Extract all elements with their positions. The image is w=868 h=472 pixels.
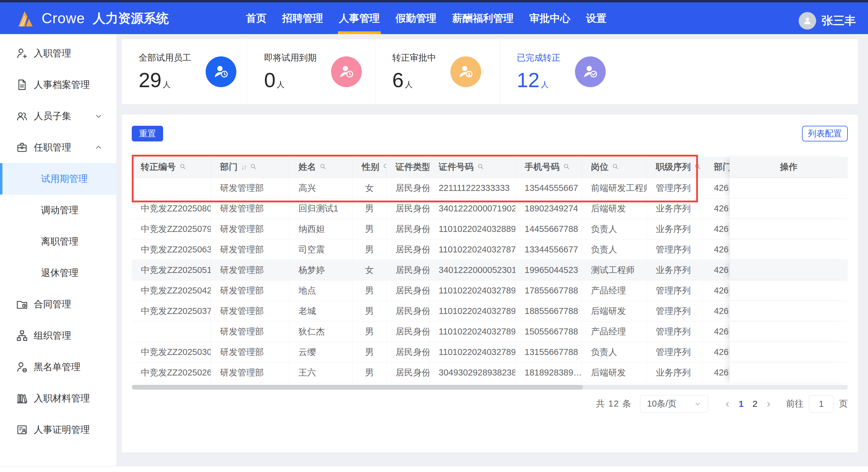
- nav-item-2[interactable]: 招聘管理: [274, 2, 331, 34]
- table-row-6[interactable]: 中竞发ZZ2025042研发管理部地点男居民身份证110102202403278…: [132, 281, 848, 301]
- column-header-code[interactable]: 转正编号: [132, 156, 211, 178]
- table-row-9[interactable]: 中竞发ZZ2025030研发管理部云缨男居民身份证110102202403278…: [132, 342, 848, 362]
- stat-title: 已完成转正: [517, 52, 560, 64]
- sidebar-item-7[interactable]: 黑名单管理: [0, 351, 116, 383]
- column-header-id_type[interactable]: 证件类型: [386, 156, 430, 178]
- sidebar-item-9[interactable]: 人事证明管理: [0, 414, 116, 445]
- sidebar-item-label: 人事证明管理: [34, 423, 90, 436]
- cell-actions: [730, 342, 848, 362]
- table-row-10[interactable]: 中竞发ZZ2025026研发管理部王六男居民身份证304930292893823…: [132, 362, 848, 383]
- column-header-gender[interactable]: 性别: [353, 156, 386, 178]
- table-row-4[interactable]: 中竞发ZZ2025063研发管理部司空震男居民身份证11010220240327…: [132, 239, 848, 260]
- sidebar-subitem-4-3[interactable]: 离职管理: [0, 226, 116, 257]
- pagination-total: 共 12 条: [596, 398, 632, 410]
- cell-name: 高兴: [289, 178, 353, 199]
- column-header-dept[interactable]: 部门↓↑: [211, 156, 289, 178]
- contract-icon: [16, 298, 28, 311]
- user-block[interactable]: 张三丰: [799, 5, 856, 36]
- user-avatar[interactable]: [799, 12, 816, 30]
- cell-dept_id: 426: [703, 362, 730, 383]
- pagination-bar: 共 12 条 10条/页 ‹ 12 › 前往 页: [596, 395, 848, 413]
- nav-item-label: 设置: [586, 12, 607, 24]
- window-top-edge: [0, 0, 868, 2]
- cell-gender: 男: [353, 239, 386, 260]
- cell-name: 回归测试1: [289, 199, 353, 219]
- sidebar-item-label: 黑名单管理: [34, 361, 81, 373]
- cell-name: 地点: [289, 281, 353, 301]
- cell-dept_id: 426: [703, 239, 730, 260]
- page-number-2[interactable]: 2: [748, 399, 762, 409]
- stat-card-2[interactable]: 即将试用到期 0人: [247, 39, 375, 104]
- document-icon: [16, 79, 28, 91]
- table-row-5[interactable]: 中竞发ZZ2025051研发管理部杨梦婷女居民身份证34012220000523…: [132, 260, 848, 281]
- table-body: 研发管理部高兴女居民身份证22111122233333313544555667前…: [132, 178, 848, 383]
- cell-name: 云缨: [289, 342, 353, 362]
- table-row-1[interactable]: 研发管理部高兴女居民身份证22111122233333313544555667前…: [132, 178, 848, 199]
- column-header-phone[interactable]: 手机号码: [516, 156, 582, 178]
- sidebar-subitem-4-1[interactable]: 试用期管理: [0, 163, 116, 195]
- page-size-select[interactable]: 10条/页: [640, 395, 708, 413]
- sidebar-subitem-4-2[interactable]: 调动管理: [0, 195, 116, 226]
- nav-item-6[interactable]: 审批中心: [522, 2, 578, 34]
- nav-item-4[interactable]: 假勤管理: [388, 2, 444, 34]
- column-label: 岗位: [591, 161, 609, 173]
- table-row-3[interactable]: 中竞发ZZ2025079研发管理部纳西妲男居民身份证11010220240328…: [132, 219, 848, 239]
- sidebar-item-3[interactable]: 人员子集: [0, 100, 116, 132]
- column-header-dept_id[interactable]: 部门: [703, 156, 730, 178]
- stat-card-3[interactable]: 转正审批中 6人: [375, 39, 500, 104]
- nav-item-label: 人事管理: [339, 12, 380, 24]
- search-icon[interactable]: [319, 162, 327, 172]
- stat-card-1[interactable]: 全部试用员工 29人: [122, 39, 247, 104]
- cell-actions: [730, 260, 848, 281]
- column-header-post[interactable]: 岗位: [582, 156, 647, 178]
- sidebar-item-label: 组织管理: [34, 329, 71, 342]
- prev-page-button[interactable]: ‹: [721, 397, 734, 410]
- cell-code: 中竞发ZZ2025042: [132, 281, 211, 301]
- next-page-button[interactable]: ›: [762, 397, 775, 410]
- sidebar-item-6[interactable]: 组织管理: [0, 320, 116, 351]
- cell-id_no: 221111222333333: [430, 178, 516, 199]
- search-icon[interactable]: [477, 162, 484, 172]
- search-icon[interactable]: [383, 162, 386, 172]
- nav-item-3[interactable]: 人事管理: [331, 2, 388, 34]
- nav-item-1[interactable]: 首页: [238, 2, 274, 34]
- sidebar-item-2[interactable]: 人事档案管理: [0, 69, 116, 100]
- column-header-series[interactable]: 职级序列: [647, 156, 703, 178]
- cell-gender: 男: [353, 281, 386, 301]
- table-row-7[interactable]: 中竞发ZZ2025037研发管理部老城男居民身份证110102202403278…: [132, 301, 848, 322]
- sidebar-item-1[interactable]: 入职管理: [0, 38, 116, 69]
- brand-name: Crowe: [41, 10, 85, 27]
- list-config-button[interactable]: 列表配置: [802, 126, 848, 142]
- sidebar-item-5[interactable]: 合同管理: [0, 289, 116, 320]
- search-icon[interactable]: [179, 162, 186, 172]
- cell-id_no: 110102202403278922: [430, 301, 516, 322]
- sort-icon[interactable]: ↓↑: [241, 163, 246, 171]
- table-row-2[interactable]: 中竞发ZZ2025080研发管理部回归测试1男居民身份证340122200007…: [132, 199, 848, 219]
- sidebar-subitem-4-4[interactable]: 退休管理: [0, 257, 116, 289]
- search-icon[interactable]: [250, 162, 257, 172]
- table-row-8[interactable]: 研发管理部狄仁杰男居民身份证11010220240327891815055667…: [132, 322, 848, 342]
- horizontal-scrollbar-thumb[interactable]: [132, 385, 583, 390]
- search-icon[interactable]: [612, 162, 619, 172]
- nav-item-label: 薪酬福利管理: [452, 12, 514, 24]
- stat-card-4[interactable]: 已完成转正 12人: [500, 39, 858, 104]
- cell-post: 后端研发: [582, 301, 647, 322]
- search-icon[interactable]: [563, 162, 570, 172]
- column-header-name[interactable]: 姓名: [289, 156, 353, 178]
- sidebar-item-4[interactable]: 任职管理: [0, 132, 116, 163]
- column-header-id_no[interactable]: 证件号码: [430, 156, 516, 178]
- nav-item-7[interactable]: 设置: [578, 2, 615, 34]
- cell-name: 司空震: [289, 239, 353, 260]
- page-number-1[interactable]: 1: [734, 399, 748, 409]
- search-icon[interactable]: [694, 162, 701, 172]
- cell-gender: 男: [353, 219, 386, 239]
- sidebar-item-8[interactable]: 入职材料管理: [0, 383, 116, 414]
- chevron-down-icon: [694, 400, 701, 408]
- cell-id_type: 居民身份证: [386, 199, 430, 219]
- nav-item-5[interactable]: 薪酬福利管理: [444, 2, 522, 34]
- horizontal-scrollbar-track[interactable]: [132, 385, 848, 390]
- cell-dept_id: 426: [703, 281, 730, 301]
- cell-dept_id: 426: [703, 342, 730, 362]
- goto-page-input[interactable]: [809, 395, 834, 413]
- reset-button[interactable]: 重置: [132, 126, 163, 142]
